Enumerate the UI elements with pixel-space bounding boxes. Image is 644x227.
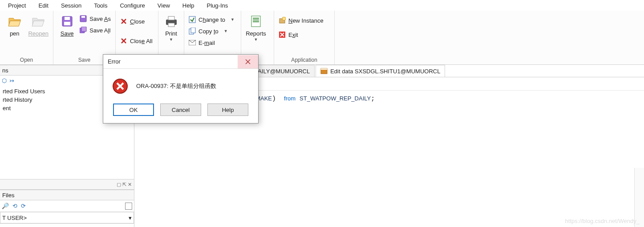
- exit-icon: [279, 31, 286, 38]
- print-label: Print: [165, 30, 177, 37]
- menu-edit[interactable]: Edit: [32, 1, 54, 10]
- change-to-icon: [189, 16, 196, 23]
- menu-tools[interactable]: Tools: [88, 1, 113, 10]
- new-instance-button[interactable]: New Instance: [277, 16, 325, 25]
- error-icon: [112, 78, 128, 94]
- menubar: Project Edit Session Tools Configure Vie…: [0, 0, 644, 11]
- panel-title: ns: [2, 67, 8, 74]
- folder-reopen-icon: [31, 14, 45, 28]
- email-icon: [189, 39, 196, 46]
- save-icon: [60, 14, 74, 28]
- close-button[interactable]: Close: [118, 17, 154, 26]
- close-all-icon: [120, 37, 127, 44]
- search-icon[interactable]: 🔎: [2, 203, 9, 209]
- reopen-label: Reopen: [28, 30, 49, 37]
- svg-rect-15: [253, 18, 259, 19]
- dropdown-icon: ▼: [169, 37, 173, 42]
- dialog-cancel-button[interactable]: Cancel: [160, 104, 201, 116]
- reports-icon: [249, 14, 263, 28]
- save-label: Save: [61, 30, 74, 37]
- change-to-label: Change to: [198, 16, 225, 23]
- svg-rect-2: [64, 22, 70, 25]
- close-all-label: Close All: [130, 38, 153, 44]
- svg-rect-9: [168, 23, 174, 27]
- dialog-titlebar[interactable]: Error: [103, 55, 258, 69]
- code-keyword: from: [284, 95, 296, 102]
- copy-to-button[interactable]: Copy to ▼: [187, 27, 236, 36]
- user-select-value: T USER>: [2, 215, 27, 221]
- panel-divider: ▢ ⇱ ✕: [0, 179, 134, 190]
- new-instance-label: New Instance: [288, 17, 324, 24]
- copy-to-label: Copy to: [198, 28, 219, 35]
- search-fwd-icon[interactable]: ⟳: [21, 203, 26, 209]
- tab-label: Edit data SXSDGL.SHITU1@MUMUORCL: [330, 68, 440, 75]
- dialog-message: ORA-00937: 不是单组分组函数: [136, 82, 216, 90]
- reports-button[interactable]: Reports ▼: [244, 12, 268, 44]
- close-label: Close: [130, 18, 145, 25]
- panel-window-icons[interactable]: ▢ ⇱ ✕: [117, 182, 132, 187]
- tab-editdata-2[interactable]: Edit data SXSDGL.SHITU1@MUMUORCL: [316, 65, 445, 77]
- save-as-icon: [80, 15, 87, 22]
- group-app-title: Application: [277, 56, 332, 64]
- toolbar-icon[interactable]: ↣: [9, 77, 14, 84]
- svg-rect-17: [253, 21, 259, 22]
- svg-rect-12: [191, 28, 195, 33]
- dropdown-icon: ▼: [254, 37, 258, 42]
- svg-point-19: [282, 17, 286, 20]
- menu-session[interactable]: Session: [55, 1, 88, 10]
- save-all-icon: [80, 27, 87, 34]
- files-toolbar: 🔎 ⟲ ⟳: [0, 200, 134, 212]
- save-all-button[interactable]: Save All: [78, 26, 113, 35]
- dropdown-icon: ▼: [224, 29, 228, 33]
- files-title: Files: [2, 192, 14, 199]
- dialog-title: Error: [108, 58, 238, 65]
- group-open-title: Open: [3, 56, 50, 64]
- svg-rect-16: [253, 20, 259, 20]
- folder-open-icon: [8, 14, 22, 28]
- copy-to-icon: [189, 28, 196, 35]
- reopen-button[interactable]: Reopen: [27, 12, 51, 39]
- save-as-button[interactable]: Save As: [78, 14, 113, 23]
- close-all-button[interactable]: Close All: [118, 36, 154, 45]
- svg-rect-4: [81, 16, 85, 18]
- open-button[interactable]: pen: [3, 12, 27, 39]
- save-button[interactable]: Save: [56, 12, 78, 39]
- dialog-ok-button[interactable]: OK: [113, 104, 154, 116]
- table-icon: [320, 68, 328, 75]
- code-table: ST_WATPOW_REP_DAILY: [300, 95, 371, 102]
- chevron-down-icon: ▾: [129, 215, 132, 221]
- printer-icon: [164, 14, 178, 28]
- svg-rect-1: [65, 17, 70, 20]
- menu-view[interactable]: View: [151, 1, 176, 10]
- user-select[interactable]: T USER> ▾: [0, 212, 134, 223]
- menu-project[interactable]: Project: [2, 1, 32, 10]
- change-to-button[interactable]: Change to ▼: [187, 15, 236, 24]
- exit-label: Exit: [288, 32, 298, 38]
- dropdown-icon: ▼: [231, 17, 235, 22]
- print-button[interactable]: Print ▼: [161, 12, 181, 44]
- reports-label: Reports: [246, 30, 266, 37]
- checkbox[interactable]: [125, 203, 132, 210]
- save-as-label: Save As: [89, 16, 111, 22]
- dialog-close-button[interactable]: [238, 55, 258, 68]
- email-label: E-mail: [198, 40, 215, 46]
- files-header: Files: [0, 190, 134, 200]
- menu-plugins[interactable]: Plug-Ins: [201, 1, 235, 10]
- watermark: https://blog.csdn.net/Wendy_: [565, 218, 640, 224]
- error-dialog: Error ORA-00937: 不是单组分组函数 OK Cancel Help: [103, 54, 259, 123]
- new-instance-icon: [279, 17, 286, 24]
- email-button[interactable]: E-mail: [187, 38, 236, 47]
- open-label: pen: [10, 30, 20, 37]
- close-icon: [245, 59, 251, 64]
- close-icon: [120, 18, 127, 25]
- exit-button[interactable]: Exit: [277, 30, 325, 39]
- menu-help[interactable]: Help: [176, 1, 201, 10]
- search-back-icon[interactable]: ⟲: [12, 203, 17, 209]
- toolbar-icon[interactable]: ⬡: [2, 77, 7, 84]
- svg-rect-8: [168, 16, 174, 20]
- svg-rect-24: [321, 68, 327, 70]
- svg-rect-6: [81, 27, 86, 32]
- ribbon: pen Reopen Open Save Save As: [0, 11, 644, 65]
- dialog-help-button[interactable]: Help: [207, 104, 248, 116]
- menu-configure[interactable]: Configure: [113, 1, 151, 10]
